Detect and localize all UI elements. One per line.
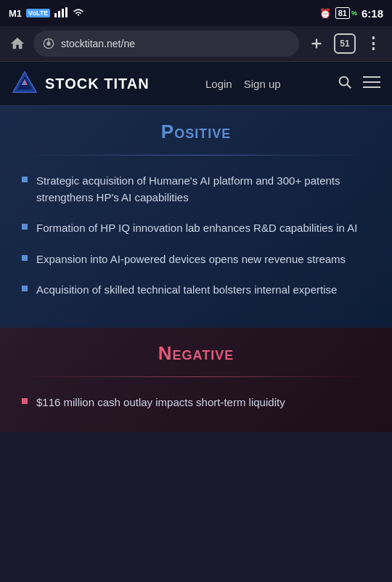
site-header: STOCK TITAN Login Sign up	[0, 62, 392, 106]
status-bar: M1 VoLTE ⏰ 81 % 6:18	[0, 0, 392, 26]
positive-title: Positive	[22, 121, 370, 143]
new-tab-button[interactable]	[305, 32, 328, 55]
positive-bullet-text-3: Expansion into AI-powered devices opens …	[36, 251, 346, 268]
negative-section: Negative $116 million cash outlay impact…	[0, 328, 392, 433]
positive-bullet-text-4: Acquisition of skilled technical talent …	[36, 282, 337, 299]
tabs-count-button[interactable]: 51	[334, 33, 356, 54]
svg-point-5	[46, 41, 50, 45]
negative-bullet-square-icon	[22, 398, 28, 404]
svg-rect-0	[54, 13, 57, 17]
positive-bullet-list: Strategic acquisition of Humane's AI pla…	[22, 173, 370, 299]
negative-bullet-1: $116 million cash outlay impacts short-t…	[22, 395, 370, 411]
negative-title: Negative	[22, 342, 370, 365]
header-icons	[337, 74, 380, 94]
positive-bullet-1: Strategic acquisition of Humane's AI pla…	[22, 173, 370, 206]
volte-badge: VoLTE	[26, 9, 50, 17]
browser-actions: 51 ⋮	[305, 32, 385, 55]
logo-area[interactable]: STOCK TITAN	[12, 70, 150, 97]
url-text: stocktitan.net/ne	[61, 38, 135, 49]
main-content: Positive Strategic acquisition of Humane…	[0, 106, 392, 432]
nav-login[interactable]: Login	[205, 78, 232, 90]
svg-point-11	[340, 76, 348, 85]
alarm-icon: ⏰	[319, 8, 331, 19]
bullet-square-icon	[22, 255, 28, 261]
positive-bullet-text-2: Formation of HP IQ innovation lab enhanc…	[36, 220, 357, 237]
signal-bars	[54, 7, 68, 20]
browser-home-button[interactable]	[7, 33, 28, 54]
positive-divider	[22, 155, 370, 155]
bullet-square-icon	[22, 286, 28, 291]
status-bar-right: ⏰ 81 % 6:18	[319, 7, 383, 20]
url-bar[interactable]: stocktitan.net/ne	[33, 31, 299, 57]
positive-bullet-4: Acquisition of skilled technical talent …	[22, 282, 370, 299]
url-security-icon	[42, 37, 55, 50]
negative-bullet-text-1: $116 million cash outlay impacts short-t…	[36, 395, 285, 411]
carrier-name: M1	[9, 8, 22, 19]
svg-line-12	[347, 84, 351, 88]
browser-menu-button[interactable]: ⋮	[362, 32, 385, 55]
svg-rect-3	[65, 7, 68, 17]
bullet-square-icon	[22, 224, 28, 230]
svg-rect-2	[62, 9, 64, 17]
positive-section: Positive Strategic acquisition of Humane…	[0, 106, 392, 328]
bullet-square-icon	[22, 177, 28, 182]
status-bar-left: M1 VoLTE	[9, 7, 85, 20]
negative-bullet-list: $116 million cash outlay impacts short-t…	[22, 395, 370, 411]
battery-level: 81	[335, 7, 350, 19]
positive-bullet-text-1: Strategic acquisition of Humane's AI pla…	[36, 173, 370, 206]
browser-chrome: stocktitan.net/ne 51 ⋮	[0, 26, 392, 62]
search-icon[interactable]	[337, 74, 353, 94]
nav-signup[interactable]: Sign up	[244, 78, 281, 90]
negative-divider	[22, 376, 370, 377]
hamburger-menu-icon[interactable]	[363, 75, 380, 93]
battery-indicator: 81 %	[335, 7, 357, 19]
wifi-icon	[72, 7, 85, 20]
positive-bullet-3: Expansion into AI-powered devices opens …	[22, 251, 370, 268]
time-display: 6:18	[362, 7, 383, 20]
svg-rect-1	[58, 11, 60, 17]
logo-icon	[12, 70, 38, 97]
positive-bullet-2: Formation of HP IQ innovation lab enhanc…	[22, 220, 370, 237]
header-nav: Login Sign up	[205, 78, 281, 90]
logo-text: STOCK TITAN	[45, 76, 150, 92]
